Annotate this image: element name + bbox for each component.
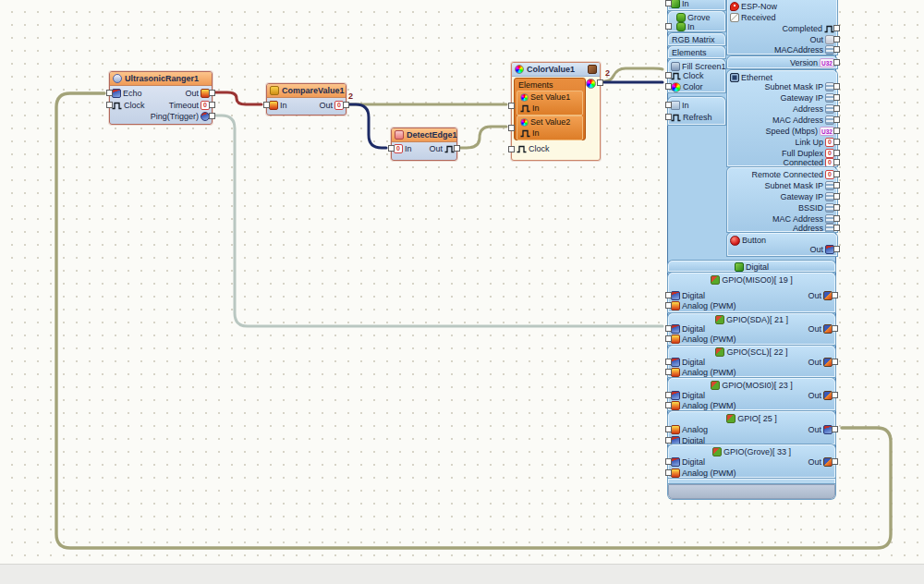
- completed-out-pin[interactable]: [833, 25, 840, 31]
- pin-label-timeout: Timeout: [169, 100, 199, 111]
- wifi-address-pin[interactable]: [833, 225, 840, 231]
- board-panel[interactable]: In Grove In RGB Matrix Elements: [667, 0, 836, 496]
- display-icon: [671, 101, 680, 110]
- gpio19-digital-pin[interactable]: [665, 292, 672, 298]
- colorvalue-clock-pin[interactable]: [508, 146, 515, 152]
- element-set-value2[interactable]: Set Value2 In: [517, 116, 583, 140]
- port-label: Analog (PWM): [682, 367, 736, 378]
- ping-out-pin[interactable]: [209, 113, 215, 119]
- fill-screen-color-pin[interactable]: [665, 83, 672, 90]
- eth-duplex-pin[interactable]: [833, 150, 840, 156]
- echo-input-pin[interactable]: [106, 90, 113, 96]
- in-top-pin[interactable]: [665, 0, 672, 6]
- compare-out-pin[interactable]: [343, 102, 349, 108]
- block-header[interactable]: ColorValue1: [512, 63, 600, 77]
- gpio25-out-pin[interactable]: [832, 426, 838, 432]
- eth-gateway-pin[interactable]: [833, 94, 840, 101]
- gpio22-digital-pin[interactable]: [665, 359, 672, 365]
- elements-panel[interactable]: Elements Set Value1 In Set Value2: [514, 78, 586, 140]
- color-wheel-icon: [586, 79, 596, 89]
- gpio25-digital-pin[interactable]: [665, 437, 672, 444]
- block-ultrasonic-ranger[interactable]: UltrasonicRanger1 Echo Out Clock Timeout…: [109, 71, 213, 125]
- gpio33-out-pin[interactable]: [832, 458, 838, 465]
- element-set-value1[interactable]: Set Value1 In: [517, 91, 583, 116]
- set-value2-in-pin[interactable]: [508, 125, 515, 131]
- wifi-mac-pin[interactable]: [833, 215, 840, 222]
- gpio21-analog-pin[interactable]: [665, 335, 672, 342]
- eth-subnet-pin[interactable]: [833, 83, 840, 90]
- eth-speed-pin[interactable]: [833, 128, 840, 134]
- analog-icon: [671, 468, 680, 478]
- analog-icon: [671, 368, 680, 377]
- gpio23-analog-pin[interactable]: [665, 402, 672, 408]
- detect-in-pin[interactable]: [388, 145, 395, 152]
- wifi-gateway-pin[interactable]: [833, 193, 840, 200]
- section-display: In Refresh: [668, 97, 725, 125]
- gpio19-out-pin[interactable]: [832, 292, 838, 298]
- port-label: Gateway IP: [780, 191, 823, 202]
- display-refresh-pin[interactable]: [665, 114, 672, 120]
- port-label-refresh: Refresh: [683, 112, 712, 123]
- wifi-subnet-pin[interactable]: [833, 182, 840, 189]
- gpio33-digital-pin[interactable]: [665, 458, 672, 465]
- block-header[interactable]: DetectEdge1: [392, 128, 456, 142]
- pin-row-ping: Ping(Trigger): [110, 111, 212, 122]
- eth-connected-pin[interactable]: [833, 159, 840, 165]
- eth-address-pin[interactable]: [833, 105, 840, 112]
- ultrasonic-icon: [113, 74, 122, 83]
- gpio21-digital-pin[interactable]: [665, 325, 672, 332]
- eth-linkup-pin[interactable]: [833, 139, 840, 145]
- ultrasonic-out-pin[interactable]: [209, 90, 215, 96]
- gpio19-analog-pin[interactable]: [665, 302, 672, 309]
- wire-detect-out-to-setvalue2-in[interactable]: [458, 127, 506, 148]
- espnow-out-pin[interactable]: [833, 36, 840, 43]
- gpio22-out-pin[interactable]: [832, 359, 838, 365]
- port-label-in: In: [682, 100, 689, 111]
- timeout-out-pin[interactable]: [209, 102, 215, 108]
- wifi-remote-pin[interactable]: [833, 171, 840, 177]
- gpio22-analog-pin[interactable]: [665, 369, 672, 375]
- detect-out-pin[interactable]: [454, 145, 460, 152]
- wifi-bssid-pin[interactable]: [833, 204, 840, 211]
- clock-input-pin[interactable]: [106, 102, 113, 108]
- block-header[interactable]: CompareValue1: [267, 84, 346, 98]
- block-compare-value[interactable]: CompareValue1 In Out 0: [266, 83, 346, 116]
- design-canvas[interactable]: UltrasonicRanger1 Echo Out Clock Timeout…: [0, 0, 924, 584]
- gpio-chip-icon: [715, 347, 724, 357]
- fill-screen-clock-pin[interactable]: [665, 72, 672, 79]
- block-header[interactable]: UltrasonicRanger1: [110, 72, 212, 86]
- port-label: MAC Address: [772, 115, 823, 126]
- wire-ultrasonic-out-to-compare-in[interactable]: [215, 92, 261, 104]
- colorvalue-out-pin[interactable]: [597, 79, 603, 86]
- port-label-out: Out: [808, 357, 821, 368]
- gpio25-analog-pin[interactable]: [665, 426, 672, 432]
- gpio23-out-pin[interactable]: [832, 392, 838, 398]
- block-detect-edge[interactable]: DetectEdge1 0 In Out: [391, 128, 457, 161]
- wire-colorvalue-out-to-fillscreen-clock[interactable]: [604, 68, 663, 81]
- button-out-pin[interactable]: [833, 246, 840, 252]
- gpio21-out-pin[interactable]: [832, 325, 838, 332]
- macaddress-out-pin[interactable]: [833, 46, 840, 53]
- eth-mac-pin[interactable]: [833, 116, 840, 123]
- port-label-in: In: [687, 21, 695, 32]
- set-value1-in-pin[interactable]: [508, 103, 515, 109]
- element-title-row: Set Value1: [518, 91, 572, 103]
- compare-in-pin[interactable]: [263, 102, 270, 108]
- port-label: Remote Connected: [751, 169, 823, 180]
- port-label: Analog (PWM): [682, 300, 736, 311]
- port-label: BSSID: [798, 202, 823, 213]
- clock-pulse-icon: [517, 145, 527, 153]
- version-out-pin[interactable]: [833, 59, 840, 66]
- block-color-value[interactable]: ColorValue1 Out Elements Set Value1 In: [511, 62, 601, 161]
- display-in-pin[interactable]: [665, 102, 672, 108]
- section-gpio-sda-21: GPIO(SDA)[ 21 ] Digital Analog (PWM) Out: [668, 313, 835, 345]
- wire-compare-out-to-detect-in[interactable]: [349, 104, 386, 148]
- gpio33-analog-pin[interactable]: [665, 469, 672, 476]
- tools-icon[interactable]: [588, 65, 597, 74]
- gpio23-digital-pin[interactable]: [665, 392, 672, 398]
- port-label: Speed (Mbps): [765, 126, 818, 137]
- pin-label-clock: Clock: [529, 143, 550, 154]
- grove-in-pin[interactable]: [665, 23, 672, 30]
- pin-label-out: Out: [185, 88, 199, 99]
- section-button: Button Out: [727, 233, 837, 256]
